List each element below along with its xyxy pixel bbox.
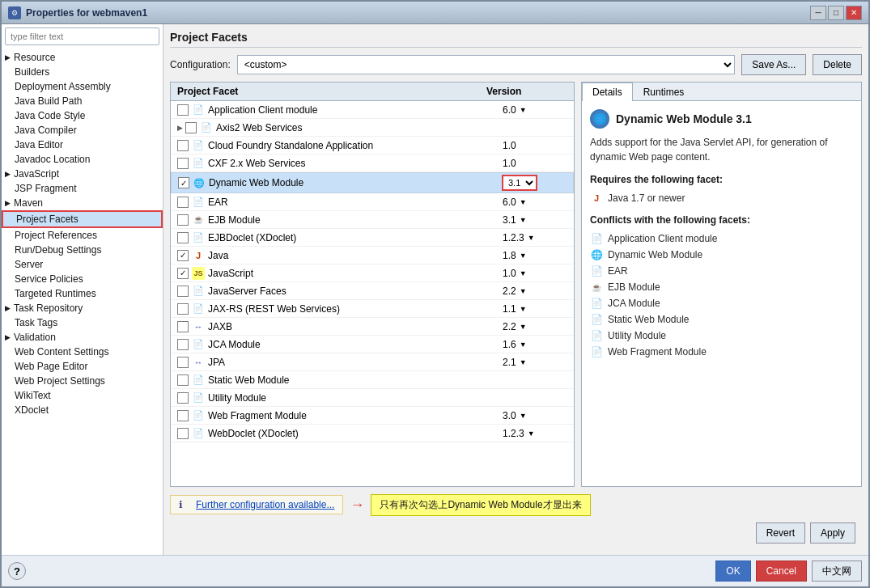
- facet-row-static-web[interactable]: 📄 Static Web Module: [171, 371, 574, 389]
- sidebar-item-label: JSP Fragment: [15, 183, 76, 194]
- tab-runtimes[interactable]: Runtimes: [633, 82, 695, 101]
- sidebar-item-service-policies[interactable]: Service Policies: [2, 272, 163, 286]
- delete-button[interactable]: Delete: [813, 54, 862, 75]
- help-button[interactable]: ?: [8, 562, 26, 580]
- facet-checkbox-static-web[interactable]: [177, 374, 189, 386]
- ok-button[interactable]: OK: [715, 561, 750, 582]
- sidebar-item-server[interactable]: Server: [2, 257, 163, 272]
- sidebar-item-java-build-path[interactable]: Java Build Path: [2, 94, 163, 108]
- sidebar-item-validation[interactable]: ▶ Validation: [2, 330, 163, 345]
- sidebar-item-project-facets[interactable]: Project Facets: [2, 210, 163, 228]
- cancel-button[interactable]: Cancel: [756, 561, 807, 582]
- config-select[interactable]: <custom>: [237, 55, 736, 74]
- facet-row-java[interactable]: J Java 1.8 ▼: [171, 247, 574, 264]
- facet-checkbox-cloud-foundry[interactable]: [177, 140, 189, 151]
- facet-checkbox-javascript[interactable]: [177, 268, 189, 279]
- facet-checkbox-ear[interactable]: [177, 197, 189, 208]
- sidebar-item-java-compiler[interactable]: Java Compiler: [2, 123, 163, 137]
- facet-checkbox-jax-rs[interactable]: [177, 303, 189, 315]
- minimize-button[interactable]: ─: [810, 6, 826, 20]
- sidebar-item-label: Maven: [14, 197, 43, 209]
- facet-row-dynamic-web[interactable]: 🌐 Dynamic Web Module 3.1: [171, 172, 574, 193]
- maximize-button[interactable]: □: [828, 6, 844, 20]
- tab-details[interactable]: Details: [582, 82, 633, 101]
- sidebar-item-resource[interactable]: ▶ Resource: [2, 50, 163, 65]
- sidebar-item-web-content[interactable]: Web Content Settings: [2, 345, 163, 359]
- facet-row-jca-module[interactable]: 📄 JCA Module 1.6 ▼: [171, 336, 574, 353]
- sidebar-item-targeted-runtimes[interactable]: Targeted Runtimes: [2, 286, 163, 301]
- further-config-link[interactable]: Further configuration available...: [196, 499, 334, 510]
- sidebar-item-web-page-editor[interactable]: Web Page Editor: [2, 359, 163, 374]
- facet-row-app-client[interactable]: 📄 Application Client module 6.0 ▼: [171, 101, 574, 119]
- facet-row-cxf[interactable]: 📄 CXF 2.x Web Services 1.0: [171, 154, 574, 172]
- facet-row-jpa[interactable]: ↔ JPA 2.1 ▼: [171, 353, 574, 371]
- facet-row-jsf[interactable]: 📄 JavaServer Faces 2.2 ▼: [171, 282, 574, 300]
- config-row: Configuration: <custom> Save As... Delet…: [170, 54, 862, 75]
- sidebar-item-java-editor[interactable]: Java Editor: [2, 137, 163, 152]
- sidebar-item-task-repository[interactable]: ▶ Task Repository: [2, 301, 163, 315]
- facet-row-axis2[interactable]: ▶ 📄 Axis2 Web Services: [171, 119, 574, 137]
- facet-row-cloud-foundry[interactable]: 📄 Cloud Foundry Standalone Application 1…: [171, 137, 574, 154]
- facet-checkbox-jpa[interactable]: [177, 357, 189, 368]
- close-button[interactable]: ✕: [846, 6, 862, 20]
- facet-icon-jca-module: 📄: [192, 338, 205, 351]
- details-module-name: Dynamic Web Module 3.1: [616, 112, 752, 125]
- facet-checkbox-jca-module[interactable]: [177, 339, 189, 350]
- facet-row-ejbdoclet[interactable]: 📄 EJBDoclet (XDoclet) 1.2.3 ▼: [171, 229, 574, 247]
- sidebar-item-wikitext[interactable]: WikiText: [2, 388, 163, 403]
- facet-table: Project Facet Version 📄 Application Clie…: [170, 82, 575, 487]
- facet-checkbox-utility[interactable]: [177, 392, 189, 404]
- details-tabs: Details Runtimes: [582, 82, 861, 101]
- sidebar-item-run-debug[interactable]: Run/Debug Settings: [2, 243, 163, 257]
- save-as-button[interactable]: Save As...: [741, 54, 806, 75]
- sidebar-item-web-project[interactable]: Web Project Settings: [2, 374, 163, 388]
- page-icon-ear: 📄: [590, 264, 603, 277]
- facet-icon-axis2: 📄: [200, 121, 213, 134]
- sidebar-item-xdoclet[interactable]: XDoclet: [2, 403, 163, 417]
- facets-area: Project Facet Version 📄 Application Clie…: [170, 82, 862, 487]
- sidebar-item-javascript[interactable]: ▶ JavaScript: [2, 167, 163, 181]
- lang-button[interactable]: 中文网: [812, 561, 862, 582]
- sidebar: ▶ Resource Builders Deployment Assembly …: [2, 24, 163, 555]
- facet-checkbox-web-fragment[interactable]: [177, 410, 189, 421]
- sidebar-item-javadoc[interactable]: Javadoc Location: [2, 152, 163, 167]
- revert-button[interactable]: Revert: [756, 522, 805, 544]
- version-select-dynamic-web[interactable]: 3.1: [502, 175, 537, 191]
- facet-icon-web-fragment: 📄: [192, 409, 205, 422]
- sidebar-item-task-tags[interactable]: Task Tags: [2, 315, 163, 330]
- filter-input[interactable]: [5, 27, 159, 45]
- facet-row-utility[interactable]: 📄 Utility Module: [171, 389, 574, 407]
- sidebar-item-jsp-fragment[interactable]: JSP Fragment: [2, 181, 163, 196]
- facet-checkbox-jsf[interactable]: [177, 286, 189, 297]
- facet-row-ejb-module[interactable]: ☕ EJB Module 3.1 ▼: [171, 211, 574, 229]
- facet-checkbox-java[interactable]: [177, 250, 189, 261]
- conflicts-section: Conflicts with the following facets: 📄 A…: [590, 214, 853, 360]
- facet-checkbox-jaxb[interactable]: [177, 321, 189, 332]
- apply-button[interactable]: Apply: [810, 522, 855, 544]
- sidebar-item-label: Java Editor: [15, 139, 63, 150]
- sidebar-item-project-references[interactable]: Project References: [2, 228, 163, 243]
- facet-checkbox-ejb-module[interactable]: [177, 214, 189, 226]
- facet-row-webdoclet[interactable]: 📄 WebDoclet (XDoclet) 1.2.3 ▼: [171, 425, 574, 442]
- facet-version-jaxb: 2.2 ▼: [503, 321, 567, 332]
- facet-row-javascript[interactable]: JS JavaScript 1.0 ▼: [171, 264, 574, 282]
- sidebar-item-label: Run/Debug Settings: [15, 244, 101, 256]
- facet-checkbox-ejbdoclet[interactable]: [177, 232, 189, 243]
- sidebar-item-maven[interactable]: ▶ Maven: [2, 196, 163, 210]
- facet-checkbox-webdoclet[interactable]: [177, 428, 189, 439]
- facet-checkbox-app-client[interactable]: [177, 104, 189, 116]
- title-bar-buttons: ─ □ ✕: [810, 6, 862, 20]
- sidebar-item-builders[interactable]: Builders: [2, 65, 163, 79]
- java-icon: J: [590, 192, 603, 205]
- sidebar-item-label: Builders: [15, 66, 49, 78]
- facet-row-ear[interactable]: 📄 EAR 6.0 ▼: [171, 193, 574, 211]
- facet-checkbox-cxf[interactable]: [177, 158, 189, 169]
- sidebar-item-deployment-assembly[interactable]: Deployment Assembly: [2, 79, 163, 94]
- facet-checkbox-axis2[interactable]: [185, 122, 197, 133]
- facet-row-web-fragment[interactable]: 📄 Web Fragment Module 3.0 ▼: [171, 407, 574, 425]
- facet-row-jaxb[interactable]: ↔ JAXB 2.2 ▼: [171, 318, 574, 336]
- facet-checkbox-dynamic-web[interactable]: [178, 177, 189, 188]
- sidebar-item-label: Server: [15, 259, 43, 270]
- facet-row-jax-rs[interactable]: 📄 JAX-RS (REST Web Services) 1.1 ▼: [171, 300, 574, 318]
- sidebar-item-java-code-style[interactable]: Java Code Style: [2, 108, 163, 123]
